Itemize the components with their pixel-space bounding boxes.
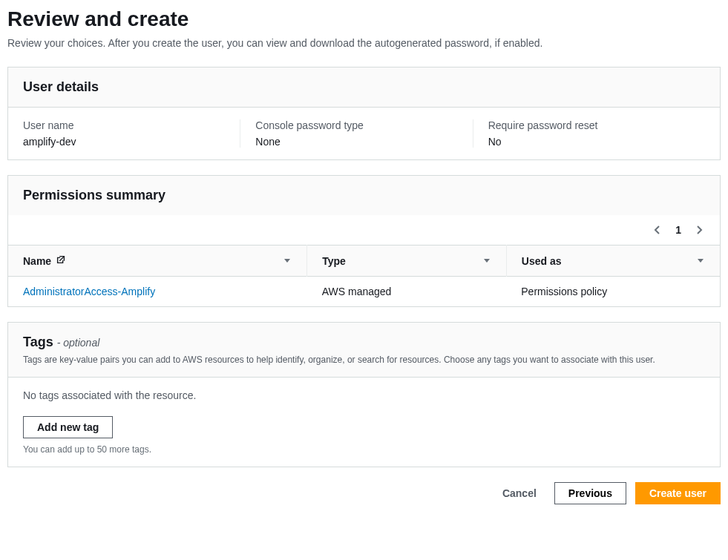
chevron-left-icon[interactable] bbox=[652, 224, 663, 236]
sort-icon[interactable] bbox=[283, 255, 292, 267]
col-name: Name bbox=[23, 255, 51, 267]
user-details-panel: User details User name amplify-dev Conso… bbox=[7, 67, 721, 160]
create-user-button[interactable]: Create user bbox=[635, 482, 721, 504]
user-details-header: User details bbox=[8, 67, 720, 108]
sort-icon[interactable] bbox=[696, 255, 705, 267]
policy-type: AWS managed bbox=[307, 277, 507, 307]
tags-panel: Tags - optional Tags are key-value pairs… bbox=[7, 322, 721, 467]
pagination-page: 1 bbox=[675, 224, 681, 236]
policy-name-link[interactable]: AdministratorAccess-Amplify bbox=[23, 286, 155, 297]
cancel-button[interactable]: Cancel bbox=[493, 483, 545, 504]
user-details-row: User name amplify-dev Console password t… bbox=[8, 108, 720, 159]
require-reset-value: No bbox=[488, 136, 690, 148]
user-name-value: amplify-dev bbox=[23, 136, 225, 148]
policy-used-as: Permissions policy bbox=[506, 277, 720, 307]
require-reset-col: Require password reset No bbox=[473, 119, 705, 148]
tags-empty: No tags associated with the resource. bbox=[23, 389, 705, 401]
col-type: Type bbox=[322, 255, 346, 267]
chevron-right-icon[interactable] bbox=[693, 224, 705, 236]
previous-button[interactable]: Previous bbox=[554, 482, 626, 504]
add-tag-button[interactable]: Add new tag bbox=[23, 416, 113, 438]
permissions-header: Permissions summary bbox=[8, 176, 720, 215]
pagination: 1 bbox=[8, 215, 720, 245]
tags-optional: - optional bbox=[57, 337, 100, 349]
external-link-icon bbox=[56, 254, 66, 267]
tags-description: Tags are key-value pairs you can add to … bbox=[23, 355, 705, 365]
col-used-as: Used as bbox=[522, 255, 562, 267]
user-name-label: User name bbox=[23, 119, 225, 131]
password-type-value: None bbox=[255, 136, 457, 148]
page-subtitle: Review your choices. After you create th… bbox=[7, 37, 721, 49]
tags-body: No tags associated with the resource. Ad… bbox=[8, 378, 720, 467]
user-name-col: User name amplify-dev bbox=[23, 119, 240, 148]
permissions-heading: Permissions summary bbox=[23, 188, 705, 203]
password-type-col: Console password type None bbox=[240, 119, 473, 148]
permissions-panel: Permissions summary 1 Name bbox=[7, 175, 721, 307]
permissions-table: Name Type bbox=[8, 245, 720, 306]
user-details-heading: User details bbox=[23, 79, 705, 95]
tags-header: Tags - optional Tags are key-value pairs… bbox=[8, 323, 720, 378]
password-type-label: Console password type bbox=[255, 119, 457, 131]
table-row: AdministratorAccess-Amplify AWS managed … bbox=[8, 277, 720, 307]
tags-hint: You can add up to 50 more tags. bbox=[23, 444, 705, 455]
footer-actions: Cancel Previous Create user bbox=[7, 482, 721, 504]
page-title: Review and create bbox=[7, 7, 721, 31]
sort-icon[interactable] bbox=[482, 255, 491, 267]
tags-heading: Tags bbox=[23, 335, 53, 349]
require-reset-label: Require password reset bbox=[488, 119, 690, 131]
